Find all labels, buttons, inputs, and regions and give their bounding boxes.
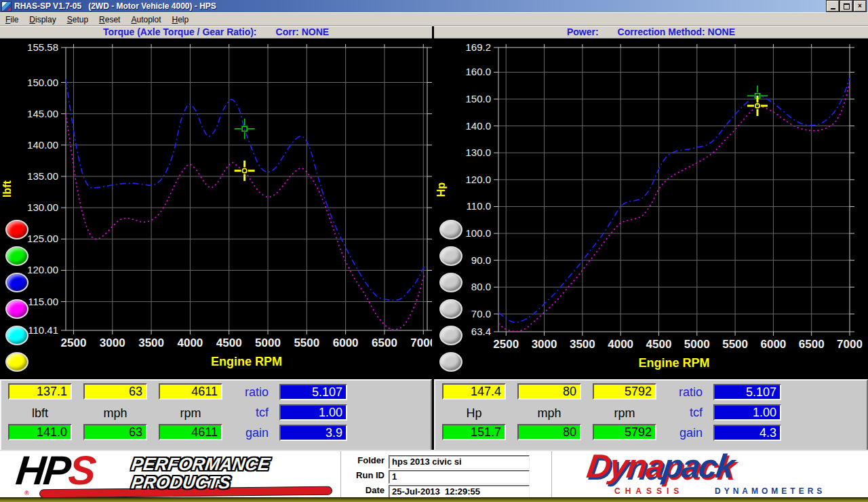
tcf-value: 1.00 bbox=[279, 404, 347, 421]
window-controls: × bbox=[827, 1, 868, 12]
svg-text:125.00: 125.00 bbox=[27, 233, 58, 244]
svg-text:Engine RPM: Engine RPM bbox=[638, 356, 709, 370]
date-field[interactable]: 25-Jul-2013 12:29:55 bbox=[389, 485, 530, 499]
svg-text:6500: 6500 bbox=[799, 338, 825, 351]
torque-run-button-cyan[interactable] bbox=[5, 326, 28, 345]
svg-text:90.0: 90.0 bbox=[471, 254, 491, 266]
torque-title: Torque (Axle Torque / Gear Ratio): bbox=[103, 26, 257, 37]
folder-field[interactable]: hps 2013 civic si bbox=[389, 455, 530, 469]
torque-readout-panel: 137.1 63 4611 lbft mph rpm 141.0 63 4611… bbox=[0, 379, 432, 451]
svg-text:Hp: Hp bbox=[435, 182, 447, 197]
svg-text:150.0: 150.0 bbox=[465, 93, 491, 104]
restore-icon bbox=[844, 3, 850, 9]
menu-item-setup[interactable]: Setup bbox=[62, 15, 94, 24]
speed-unit-label: mph bbox=[83, 406, 147, 421]
svg-text:lbft: lbft bbox=[1, 180, 13, 197]
restore-button[interactable] bbox=[840, 1, 852, 12]
torque-run-button-red[interactable] bbox=[5, 220, 28, 239]
menu-item-autoplot[interactable]: Autoplot bbox=[125, 15, 166, 24]
minimize-button[interactable] bbox=[827, 1, 839, 12]
close-button[interactable]: × bbox=[854, 1, 866, 12]
rpm-unit-label: rpm bbox=[593, 406, 656, 421]
svg-text:4000: 4000 bbox=[177, 336, 203, 349]
torque-cursor-value: 137.1 bbox=[8, 383, 72, 400]
window-title: RHAS-SP V1.7-05 (2WD - Motor Vehicle 400… bbox=[14, 1, 216, 11]
run-blue-dashdot bbox=[66, 79, 424, 301]
svg-text:4000: 4000 bbox=[608, 338, 633, 351]
torque-chart: 2500300035004000450050005500600065007000… bbox=[0, 39, 432, 379]
tcf-label: tcf bbox=[229, 406, 269, 420]
torque-header: Torque (Axle Torque / Gear Ratio):Corr: … bbox=[0, 25, 432, 39]
run-blue-dashdot bbox=[498, 78, 850, 322]
power-run-buttons bbox=[439, 220, 462, 379]
bottom-strip bbox=[0, 497, 868, 502]
torque-cursor2-value: 141.0 bbox=[8, 424, 72, 440]
hps-logo-line2: PRODUCTS bbox=[130, 472, 232, 493]
power-cursor2-speed: 80 bbox=[517, 424, 581, 440]
svg-text:5000: 5000 bbox=[255, 336, 281, 349]
torque-cursor-speed: 63 bbox=[83, 383, 147, 400]
torque-run-button-yellow[interactable] bbox=[5, 352, 28, 372]
power-header: Power:Correction Method: NONE bbox=[434, 25, 868, 39]
power-panel: Power:Correction Method: NONE 2500300035… bbox=[434, 25, 868, 450]
svg-text:6000: 6000 bbox=[333, 336, 359, 349]
dynapack-logo: Dynapack CHASSIS DYNAMOMETERS bbox=[552, 451, 865, 499]
svg-text:100.0: 100.0 bbox=[465, 227, 491, 239]
app-window: RHAS-SP V1.7-05 (2WD - Motor Vehicle 400… bbox=[0, 0, 868, 502]
torque-panel: Torque (Axle Torque / Gear Ratio):Corr: … bbox=[0, 25, 432, 450]
power-cursor-rpm: 5792 bbox=[593, 383, 656, 400]
gain-label: gain bbox=[229, 426, 269, 440]
svg-text:70.0: 70.0 bbox=[471, 308, 491, 320]
title-bar[interactable]: RHAS-SP V1.7-05 (2WD - Motor Vehicle 400… bbox=[0, 0, 868, 12]
date-label: Date bbox=[341, 485, 384, 495]
torque-run-button-magenta[interactable] bbox=[5, 299, 28, 319]
run-id-field[interactable]: 1 bbox=[389, 470, 530, 484]
torque-run-button-blue[interactable] bbox=[5, 273, 28, 292]
run-id-label: Run ID bbox=[341, 470, 384, 480]
menu-item-help[interactable]: Help bbox=[167, 15, 195, 24]
svg-text:3500: 3500 bbox=[570, 338, 595, 351]
ratio-label: ratio bbox=[229, 385, 269, 400]
dynapack-chassis-label: CHASSIS bbox=[614, 486, 684, 496]
menu-item-display[interactable]: Display bbox=[24, 15, 61, 24]
registered-mark: ® bbox=[24, 490, 29, 497]
power-readout-panel: 147.4 80 5792 Hp mph rpm 151.7 80 5792 r… bbox=[434, 379, 868, 451]
svg-text:63.4: 63.4 bbox=[471, 326, 491, 337]
menu-item-file[interactable]: File bbox=[0, 15, 24, 24]
torque-run-button-green[interactable] bbox=[5, 246, 28, 266]
power-run-button-gray-1[interactable] bbox=[439, 220, 462, 239]
power-run-button-gray-6[interactable] bbox=[439, 352, 462, 372]
gain-value: 3.9 bbox=[279, 425, 347, 441]
torque-correction-label: Corr: NONE bbox=[276, 26, 330, 37]
svg-text:Engine RPM: Engine RPM bbox=[211, 355, 282, 368]
power-run-button-gray-2[interactable] bbox=[439, 246, 462, 266]
cursor-yellow-marker[interactable] bbox=[235, 161, 255, 181]
svg-text:7000: 7000 bbox=[837, 338, 863, 351]
power-run-button-gray-5[interactable] bbox=[439, 326, 462, 345]
power-run-button-gray-4[interactable] bbox=[439, 299, 462, 319]
speed-unit-label: mph bbox=[517, 406, 581, 421]
tcf-label: tcf bbox=[663, 406, 703, 420]
svg-text:5500: 5500 bbox=[722, 338, 748, 351]
app-icon bbox=[1, 1, 12, 12]
ratio-value: 5.107 bbox=[279, 384, 347, 400]
svg-text:135.00: 135.00 bbox=[27, 170, 58, 182]
svg-text:145.00: 145.00 bbox=[27, 108, 58, 119]
svg-text:140.0: 140.0 bbox=[465, 120, 491, 132]
dynapack-dynamometers-label: DYNAMOMETERS bbox=[715, 486, 825, 496]
power-run-button-gray-3[interactable] bbox=[439, 273, 462, 292]
svg-text:115.00: 115.00 bbox=[28, 296, 58, 307]
menu-item-reset[interactable]: Reset bbox=[94, 15, 125, 24]
power-unit-label: Hp bbox=[442, 406, 506, 421]
minimize-icon bbox=[831, 8, 835, 9]
svg-text:2500: 2500 bbox=[61, 336, 87, 349]
svg-text:5000: 5000 bbox=[684, 338, 710, 351]
svg-text:110.41: 110.41 bbox=[28, 324, 58, 336]
power-chart-area: 2500300035004000450050005500600065007000… bbox=[434, 39, 868, 379]
power-chart: 2500300035004000450050005500600065007000… bbox=[434, 39, 868, 379]
torque-run-buttons bbox=[5, 220, 28, 379]
svg-text:160.0: 160.0 bbox=[465, 66, 491, 77]
footer: HPS ® PERFORMANCE PRODUCTS Folder hps 20… bbox=[0, 450, 868, 499]
gain-value: 4.3 bbox=[713, 425, 781, 441]
torque-cursor-rpm: 4611 bbox=[159, 383, 222, 400]
